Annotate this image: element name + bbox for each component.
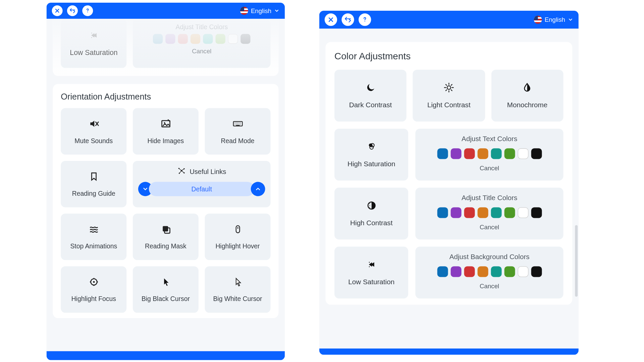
svg-rect-12	[236, 226, 239, 233]
svg-line-23	[446, 90, 447, 91]
color-swatch[interactable]	[228, 34, 238, 44]
tile-label: Reading Mask	[145, 243, 186, 250]
scrollbar-thumb[interactable]	[575, 225, 578, 297]
color-swatch[interactable]	[437, 207, 448, 218]
color-swatch[interactable]	[491, 207, 501, 218]
help-button[interactable]	[359, 13, 371, 26]
swap-icon	[69, 8, 76, 14]
swatch-row	[437, 148, 542, 159]
tile-stop-animations[interactable]: Stop Animations	[61, 214, 126, 260]
tile-label: Highlight Hover	[215, 243, 260, 250]
tile-label: Mute Sounds	[74, 137, 113, 144]
language-selector[interactable]: English	[534, 16, 573, 24]
tile-mute-sounds[interactable]: Mute Sounds	[61, 108, 126, 155]
network-icon	[177, 166, 186, 177]
waves-icon	[88, 224, 99, 236]
svg-point-30	[369, 266, 370, 267]
color-swatch[interactable]	[450, 207, 461, 218]
tile-monochrome[interactable]: Monochrome	[491, 70, 564, 122]
color-swatch[interactable]	[491, 266, 501, 277]
tile-useful-links: Useful Links Default	[133, 161, 271, 207]
color-swatch[interactable]	[531, 266, 542, 277]
color-swatch[interactable]	[531, 207, 542, 218]
color-swatch[interactable]	[450, 266, 461, 277]
language-selector[interactable]: English	[240, 7, 279, 15]
swatch-row	[153, 34, 251, 44]
color-swatch[interactable]	[178, 34, 188, 44]
cursor-black-icon	[160, 277, 171, 289]
high-saturation-icon	[366, 141, 377, 154]
orientation-card: Orientation Adjustments Mute Sounds Hide…	[53, 84, 278, 318]
color-swatch[interactable]	[216, 34, 225, 44]
color-tile-title: Adjust Background Colors	[449, 253, 530, 261]
color-swatch[interactable]	[531, 148, 542, 159]
flag-us-icon	[240, 7, 248, 15]
cancel-button[interactable]: Cancel	[480, 165, 499, 172]
accessibility-panel-right: English Color Adjustments Dark Contrast	[319, 11, 579, 355]
color-swatch[interactable]	[491, 148, 501, 159]
tile-high-saturation[interactable]: High Saturation	[334, 129, 408, 181]
color-swatch[interactable]	[504, 207, 515, 218]
close-button[interactable]	[52, 5, 63, 16]
tile-reading-guide[interactable]: Reading Guide	[61, 161, 126, 207]
color-swatch[interactable]	[504, 148, 515, 159]
tile-label: Light Contrast	[427, 101, 471, 109]
high-contrast-icon	[366, 200, 377, 213]
color-swatch[interactable]	[191, 34, 200, 44]
language-label: English	[545, 16, 565, 23]
bookmark-icon	[88, 171, 99, 184]
tile-light-contrast[interactable]: Light Contrast	[413, 70, 485, 122]
cancel-button[interactable]: Cancel	[192, 47, 211, 54]
topbar: English	[319, 11, 579, 28]
tile-highlight-hover[interactable]: Highlight Hover	[205, 214, 271, 260]
color-swatch[interactable]	[203, 34, 213, 44]
swap-button[interactable]	[67, 5, 78, 16]
color-swatch[interactable]	[518, 207, 528, 218]
color-swatch[interactable]	[518, 148, 528, 159]
color-swatch[interactable]	[477, 148, 488, 159]
color-swatch[interactable]	[477, 266, 488, 277]
topbar: English	[47, 3, 285, 19]
tile-high-contrast[interactable]: High Contrast	[334, 188, 408, 240]
color-swatch[interactable]	[477, 207, 488, 218]
close-button[interactable]	[325, 13, 337, 26]
mask-icon	[160, 224, 171, 236]
tile-read-mode[interactable]: Read Mode	[205, 108, 271, 155]
selector-next-button[interactable]	[251, 182, 265, 196]
color-swatch[interactable]	[504, 266, 515, 277]
mute-icon	[88, 118, 99, 131]
selector-value[interactable]: Default	[149, 182, 255, 196]
tile-low-saturation-faded[interactable]: Low Saturation	[61, 19, 126, 68]
color-swatch[interactable]	[437, 148, 448, 159]
color-swatch[interactable]	[165, 34, 175, 44]
tile-adjust-background-colors: Adjust Background Colors Cancel	[416, 247, 564, 299]
moon-icon	[365, 82, 376, 95]
color-swatch[interactable]	[464, 266, 475, 277]
tile-label: Hide Images	[148, 137, 184, 144]
cancel-button[interactable]: Cancel	[480, 282, 499, 289]
tile-label: Big White Cursor	[213, 295, 262, 302]
color-swatch[interactable]	[518, 266, 528, 277]
tile-dark-contrast[interactable]: Dark Contrast	[334, 70, 407, 122]
panel-body: Color Adjustments Dark Contrast Light Co…	[319, 28, 579, 348]
tile-hide-images[interactable]: Hide Images	[133, 108, 199, 155]
color-swatch[interactable]	[450, 148, 461, 159]
color-swatch[interactable]	[464, 148, 475, 159]
color-swatch[interactable]	[437, 266, 448, 277]
bottom-bar	[319, 349, 579, 355]
accessibility-panel-left: English Low Saturation Adjust Title Colo…	[47, 3, 285, 360]
tile-highlight-focus[interactable]: Highlight Focus	[61, 266, 126, 313]
color-swatch[interactable]	[153, 34, 163, 44]
tile-reading-mask[interactable]: Reading Mask	[133, 214, 199, 260]
swap-icon	[344, 16, 351, 23]
tile-label: Reading Guide	[72, 190, 115, 197]
help-button[interactable]	[82, 5, 93, 16]
chevron-up-icon	[255, 186, 261, 192]
tile-low-saturation[interactable]: Low Saturation	[334, 247, 408, 299]
cancel-button[interactable]: Cancel	[480, 224, 499, 231]
color-swatch[interactable]	[240, 34, 250, 44]
color-swatch[interactable]	[464, 207, 475, 218]
swap-button[interactable]	[341, 13, 354, 26]
tile-big-black-cursor[interactable]: Big Black Cursor	[133, 266, 199, 313]
tile-big-white-cursor[interactable]: Big White Cursor	[205, 266, 271, 313]
